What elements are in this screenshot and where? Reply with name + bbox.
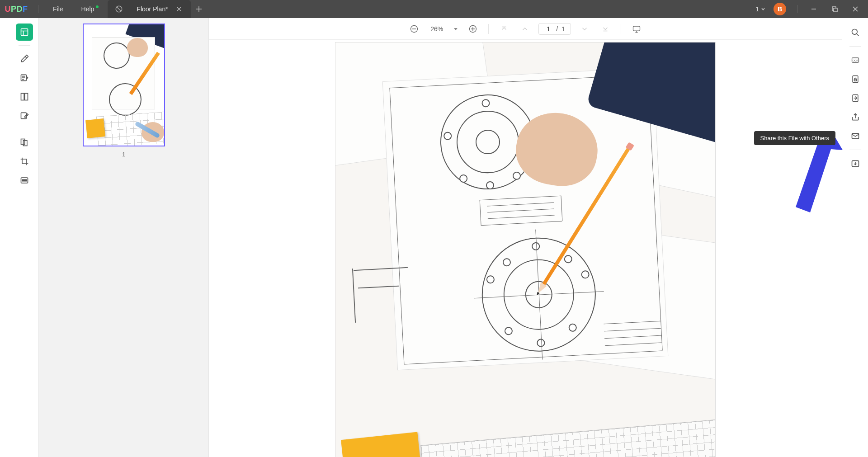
tab-title: Floor Plan* xyxy=(137,5,168,13)
export-button[interactable] xyxy=(847,90,863,106)
svg-marker-49 xyxy=(796,135,843,212)
search-button[interactable] xyxy=(847,24,863,41)
tab-close-button[interactable] xyxy=(175,5,183,13)
page-display-button[interactable] xyxy=(16,88,33,105)
separator xyxy=(38,5,38,13)
svg-text:OCR: OCR xyxy=(852,59,858,62)
protect-button[interactable] xyxy=(847,71,863,87)
thumbnail-item[interactable]: 1 xyxy=(83,24,165,158)
menu-file[interactable]: File xyxy=(44,5,72,13)
svg-rect-8 xyxy=(834,8,837,12)
page-input[interactable] xyxy=(544,25,552,33)
zoom-dropdown[interactable] xyxy=(452,25,459,33)
user-avatar[interactable]: B xyxy=(774,3,786,15)
highlighter-tool-button[interactable] xyxy=(16,50,33,67)
new-tab-button[interactable] xyxy=(191,0,207,18)
crop-pages-button[interactable] xyxy=(16,153,33,170)
view-toolbar: 26% / 1 xyxy=(209,18,842,40)
first-page-button[interactable] xyxy=(497,22,511,36)
document-tab[interactable]: Floor Plan* xyxy=(130,0,190,18)
zoom-in-button[interactable] xyxy=(466,22,480,36)
menu-help[interactable]: Help xyxy=(72,5,108,13)
close-button[interactable] xyxy=(845,0,865,18)
svg-rect-21 xyxy=(21,139,24,145)
thumbnail-image xyxy=(83,24,165,146)
presentation-button[interactable] xyxy=(629,22,644,36)
document-page xyxy=(335,42,715,457)
zoom-level: 26% xyxy=(428,25,446,33)
tab-icon xyxy=(108,0,130,18)
svg-point-37 xyxy=(852,29,857,35)
svg-rect-19 xyxy=(24,94,28,100)
left-gutter xyxy=(0,18,10,457)
svg-marker-28 xyxy=(454,28,458,30)
svg-rect-34 xyxy=(633,26,640,31)
app-logo: UPDF xyxy=(0,0,33,18)
svg-rect-11 xyxy=(21,29,28,36)
page-separator: / xyxy=(556,25,558,33)
left-toolbar xyxy=(10,18,39,457)
reader-mode-button[interactable] xyxy=(16,24,33,41)
last-page-button[interactable] xyxy=(598,22,613,36)
comment-tool-button[interactable] xyxy=(16,69,33,86)
titlebar: UPDF File Help Floor Plan* 1 B xyxy=(0,0,868,18)
separator xyxy=(797,5,797,13)
svg-rect-42 xyxy=(854,79,856,81)
svg-rect-24 xyxy=(22,179,27,181)
save-button[interactable] xyxy=(847,155,863,172)
organize-pages-button[interactable] xyxy=(16,134,33,151)
maximize-button[interactable] xyxy=(825,0,844,18)
page-indicator: / 1 xyxy=(538,23,571,35)
minimize-button[interactable] xyxy=(804,0,824,18)
redact-button[interactable] xyxy=(16,172,33,189)
main-area: 26% / 1 xyxy=(209,18,842,457)
svg-rect-18 xyxy=(21,94,24,100)
svg-line-1 xyxy=(117,7,122,12)
edit-pdf-button[interactable] xyxy=(16,107,33,124)
prev-page-button[interactable] xyxy=(518,22,532,36)
right-toolbar: OCR xyxy=(842,18,868,457)
email-button[interactable] xyxy=(847,128,863,144)
next-page-button[interactable] xyxy=(577,22,592,36)
open-docs-dropdown[interactable]: 1 xyxy=(753,5,768,13)
document-canvas[interactable] xyxy=(209,40,842,457)
ocr-button[interactable]: OCR xyxy=(847,52,863,68)
share-tooltip: Share this File with Others xyxy=(754,131,835,145)
svg-line-38 xyxy=(856,34,859,36)
thumbnail-page-number: 1 xyxy=(83,151,165,158)
zoom-out-button[interactable] xyxy=(407,22,421,36)
share-button[interactable] xyxy=(847,109,863,125)
page-total: 1 xyxy=(561,25,565,33)
thumbnail-panel: 1 xyxy=(39,18,209,457)
